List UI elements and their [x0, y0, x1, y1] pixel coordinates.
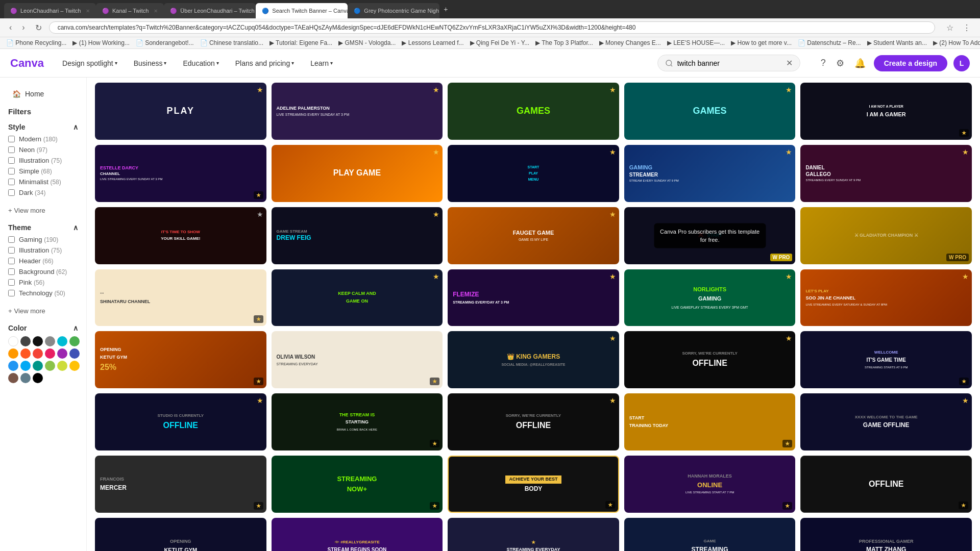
- view-more-theme[interactable]: + View more: [0, 307, 86, 315]
- learn-menu[interactable]: Learn ▾: [307, 57, 336, 69]
- template-card[interactable]: STUDIO IS CURRENTLY OFFLINE ★: [95, 393, 266, 450]
- color-teal[interactable]: [33, 361, 43, 371]
- template-card[interactable]: OFFLINE ★: [800, 456, 972, 513]
- bookmark-7[interactable]: ▶ Lessons Learned f...: [402, 39, 463, 46]
- color-brown[interactable]: [8, 373, 18, 383]
- bookmark-9[interactable]: ▶ The Top 3 Platfor...: [535, 39, 593, 46]
- color-purple[interactable]: [57, 348, 67, 359]
- template-card[interactable]: FAUGET GAME Game is My life ★: [448, 207, 619, 264]
- tab-5[interactable]: 🔵Grey Photocentric Game Nigh...✕: [348, 3, 439, 18]
- settings-icon[interactable]: ⚙: [834, 56, 846, 71]
- bookmark-3[interactable]: 📄 Sonderangebot!...: [136, 39, 194, 46]
- forward-button[interactable]: ›: [19, 22, 28, 33]
- template-card[interactable]: NORLIGHTS GAMING LIVE GAMEPLAY STREAMS E…: [624, 269, 796, 327]
- bookmark-8[interactable]: ▶ Qing Fei De Yi - Y...: [470, 39, 530, 46]
- tab-2[interactable]: 🟣Kanal – Twitch✕: [96, 3, 164, 18]
- color-blue[interactable]: [8, 361, 18, 371]
- bookmark-1[interactable]: 📄 Phone Recycling...: [6, 39, 66, 46]
- color-pink[interactable]: [45, 348, 55, 359]
- template-card[interactable]: ADELINE PALMERSTON Live Streaming every …: [272, 83, 443, 140]
- template-card[interactable]: ··· SHINATARU CHANNEL ★: [95, 269, 266, 327]
- template-card[interactable]: STREAMING NOW+ ★: [272, 456, 443, 513]
- template-card[interactable]: DANIEL GALLEGO Streaming every Sunday at…: [800, 145, 972, 202]
- template-card[interactable]: 👑 KING GAMERS Social Media: @reallygreas…: [448, 331, 619, 388]
- style-filter-toggle[interactable]: Style ∧: [8, 123, 78, 131]
- search-input[interactable]: [677, 59, 782, 67]
- tab-3[interactable]: 🟣Über LeonChaudhari – Twitch✕: [164, 3, 256, 18]
- template-card[interactable]: OLIVIA WILSON Streaming everyday ★: [272, 331, 443, 388]
- template-card[interactable]: GAMES ★: [448, 83, 619, 140]
- filter-background[interactable]: Background (62): [8, 268, 78, 276]
- color-deep-orange[interactable]: [20, 348, 31, 359]
- color-gray[interactable]: [45, 336, 55, 346]
- bookmark-11[interactable]: ▶ LEE'S HOUSE—...: [667, 39, 725, 46]
- filter-minimalist[interactable]: Minimalist (58): [8, 178, 78, 186]
- education-menu[interactable]: Education ▾: [180, 57, 222, 69]
- filter-neon[interactable]: Neon (97): [8, 146, 78, 154]
- filter-simple[interactable]: Simple (68): [8, 167, 78, 175]
- filter-illustration[interactable]: Illustration (75): [8, 157, 78, 164]
- bookmark-4[interactable]: 📄 Chinese translatio...: [200, 39, 263, 46]
- filter-gaming[interactable]: Gaming (190): [8, 236, 78, 243]
- filter-pink[interactable]: Pink (56): [8, 279, 78, 286]
- color-black2[interactable]: [33, 373, 43, 383]
- template-card[interactable]: OPENING KETUT GYM 25% ★: [95, 331, 266, 388]
- sidebar-home[interactable]: 🏠 Home: [4, 86, 82, 102]
- template-card[interactable]: PLAY ★: [95, 83, 266, 140]
- business-menu[interactable]: Business ▾: [131, 57, 170, 69]
- bookmark-btn[interactable]: ☆: [943, 22, 957, 34]
- template-card[interactable]: FRANCOIS MERCER ★: [95, 456, 266, 513]
- template-card[interactable]: START TRAINING TODAY ★: [624, 393, 796, 450]
- bookmark-2[interactable]: ▶ (1) How Working...: [72, 39, 129, 46]
- bookmark-14[interactable]: ▶ Student Wants an...: [867, 39, 927, 46]
- color-yellow[interactable]: [69, 361, 80, 371]
- canva-logo[interactable]: Canva: [10, 57, 44, 70]
- bookmark-13[interactable]: 📄 Datenschutz – Re...: [798, 39, 861, 46]
- template-card[interactable]: OPENING KETUT GYM ★: [95, 518, 266, 551]
- create-design-button[interactable]: Create a design: [874, 55, 947, 71]
- bookmark-6[interactable]: ▶ GMSN - Vologda...: [338, 39, 396, 46]
- refresh-button[interactable]: ↻: [32, 22, 45, 34]
- template-card[interactable]: START PLAY MENU ★: [448, 145, 619, 202]
- template-card[interactable]: GAME STREAMING ★: [624, 518, 796, 551]
- tab-4[interactable]: 🔵Search Twitch Banner – Canva✕: [256, 3, 348, 18]
- settings-btn[interactable]: ⋮: [960, 22, 974, 34]
- color-cyan[interactable]: [57, 336, 67, 346]
- search-clear-button[interactable]: ✕: [786, 58, 793, 68]
- tab-1[interactable]: 🟣LeonChaudhari – Twitch✕: [4, 3, 96, 18]
- color-dark[interactable]: [20, 336, 31, 346]
- template-card[interactable]: WELLCOME IT'S GAME TIME Streaming starts…: [800, 331, 972, 388]
- new-tab-button[interactable]: +: [439, 3, 452, 15]
- template-card[interactable]: PLAY GAME ★: [272, 145, 443, 202]
- template-card[interactable]: IT'S TIME TO SHOW YOUR SKILL GAME! ★: [95, 207, 266, 264]
- filter-technology[interactable]: Technology (50): [8, 289, 78, 297]
- template-card[interactable]: HANNAH MORALES ONLINE LIVE STREAMING STA…: [624, 456, 796, 513]
- back-button[interactable]: ‹: [6, 22, 15, 33]
- template-card[interactable]: GAME STREAM DREW FEIG ★: [272, 207, 443, 264]
- bookmark-12[interactable]: ▶ How to get more v...: [731, 39, 792, 46]
- template-card[interactable]: I AM NOT A PLAYER I AM A GAMER ★: [800, 83, 972, 140]
- color-light-blue[interactable]: [20, 361, 31, 371]
- template-card[interactable]: GAMING STREAMER STREAM EVERY SUNDAY AT 9…: [624, 145, 796, 202]
- theme-filter-toggle[interactable]: Theme ∧: [8, 223, 78, 232]
- design-spotlight-menu[interactable]: Design spotlight ▾: [59, 57, 120, 69]
- color-blue-gray[interactable]: [20, 373, 31, 383]
- address-bar[interactable]: canva.com/search/templates?q=Twitch%20Ba…: [49, 21, 935, 34]
- template-card[interactable]: ✕ START Canva Pro subscribers get this t…: [624, 207, 796, 264]
- color-green[interactable]: [69, 336, 80, 346]
- template-card[interactable]: ACHIEVE YOUR BEST BODY ★: [448, 456, 619, 513]
- color-indigo[interactable]: [69, 348, 80, 359]
- bookmark-15[interactable]: ▶ (2) How To Add Al...: [933, 39, 980, 46]
- color-light-green[interactable]: [45, 361, 55, 371]
- template-card[interactable]: FLEMIZE STREAMING EVERYDAY AT 3 PM ★: [448, 269, 619, 327]
- template-card[interactable]: ★ STREAMING EVERYDAY ★: [448, 518, 619, 551]
- plans-pricing-menu[interactable]: Plans and pricing ▾: [232, 57, 297, 69]
- template-card[interactable]: SORRY, WE'RE CURRENTLY OFFLINE ★: [448, 393, 619, 450]
- color-filter-toggle[interactable]: Color ∧: [8, 324, 78, 332]
- template-card[interactable]: PROFESSIONAL GAMER MATT ZHANG ★: [800, 518, 972, 551]
- filter-modern[interactable]: Modern (180): [8, 135, 78, 143]
- bookmark-10[interactable]: ▶ Money Changes E...: [599, 39, 661, 46]
- color-red[interactable]: [33, 348, 43, 359]
- filter-illustration-theme[interactable]: Illustration (75): [8, 246, 78, 254]
- color-white[interactable]: [8, 336, 18, 346]
